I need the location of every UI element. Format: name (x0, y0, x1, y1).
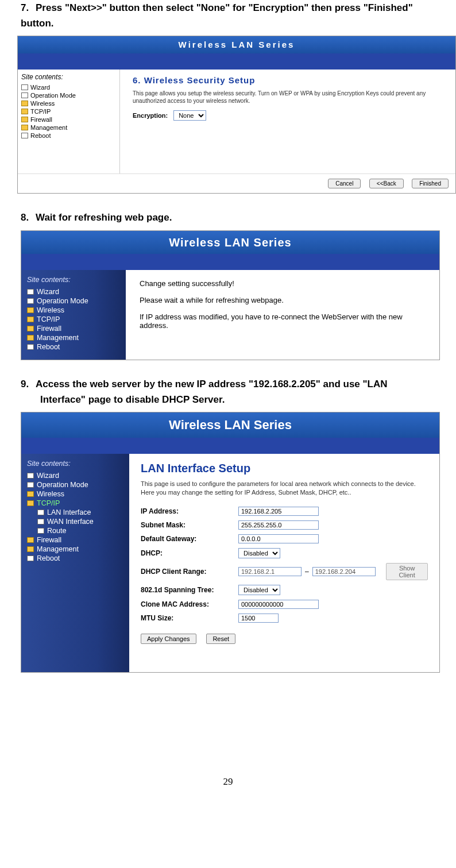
nav-item-management[interactable]: Management (21, 124, 116, 132)
sidebar-fig3: Site contents: Wizard Operation Mode Wir… (21, 454, 129, 672)
banner-bar (18, 53, 455, 70)
page-icon (21, 92, 28, 98)
show-client-button: Show Client (386, 563, 428, 580)
nav-item-tcpip[interactable]: TCP/IP (27, 315, 121, 324)
step-8-text: 8.Wait for refreshing web page. (21, 210, 439, 225)
section-desc: This page allows you setup the wireless … (133, 90, 446, 105)
mtu-input[interactable] (238, 614, 279, 623)
page-icon (27, 555, 34, 561)
gateway-input[interactable] (238, 534, 319, 543)
nav-item-management[interactable]: Management (27, 545, 125, 554)
encryption-select[interactable]: None (173, 110, 206, 121)
range-dash: – (305, 568, 309, 576)
page-icon (21, 133, 28, 138)
mtu-label: MTU Size: (141, 614, 238, 622)
msg-wait: Please wait a while for refreshing webpa… (140, 296, 426, 304)
page-title: LAN Interface Setup (141, 462, 428, 475)
nav-item-wan-interface[interactable]: WAN Interface (27, 517, 125, 526)
folder-icon (27, 335, 34, 341)
nav-item-reboot[interactable]: Reboot (21, 132, 116, 140)
nav-item-wizard[interactable]: Wizard (27, 287, 121, 296)
figure-step8: Wireless LAN Series Site contents: Wizar… (21, 230, 440, 360)
apply-changes-button[interactable]: Apply Changes (141, 634, 196, 644)
page-icon (27, 482, 34, 488)
range-to-input (312, 567, 376, 576)
cancel-button[interactable]: Cancel (328, 179, 361, 188)
nav-item-route[interactable]: Route (27, 526, 125, 535)
page-number: 29 (17, 776, 439, 788)
nav-item-opmode[interactable]: Operation Mode (21, 91, 116, 99)
spanning-label: 802.1d Spanning Tree: (141, 586, 238, 594)
banner-title: Wireless LAN Series (21, 412, 439, 438)
section-title: 6. Wireless Security Setup (133, 75, 446, 85)
folder-icon (21, 125, 28, 130)
mask-input[interactable] (238, 520, 319, 530)
content-fig3: LAN Interface Setup This page is used to… (129, 454, 439, 672)
msg-reconnect: If IP address was modified, you have to … (140, 313, 426, 330)
sidebar-fig2: Site contents: Wizard Operation Mode Wir… (21, 270, 126, 360)
content-fig2: Change setting successfully! Please wait… (126, 270, 439, 360)
figure-step9: Wireless LAN Series Site contents: Wizar… (21, 412, 440, 673)
sidebar-title: Site contents: (21, 73, 116, 81)
back-button[interactable]: <<Back (369, 179, 404, 188)
sidebar-fig1: Site contents: Wizard Operation Mode Wir… (18, 70, 120, 173)
page-icon (27, 473, 34, 479)
page-icon (27, 289, 34, 295)
ip-input[interactable] (238, 507, 319, 516)
nav-item-wireless[interactable]: Wireless (27, 489, 125, 499)
reset-button[interactable]: Reset (206, 634, 235, 644)
nav-item-reboot[interactable]: Reboot (27, 554, 125, 563)
nav-item-firewall[interactable]: Firewall (21, 115, 116, 124)
page-icon (27, 344, 34, 350)
folder-icon (27, 491, 34, 497)
page-icon (37, 528, 44, 534)
folder-icon (27, 317, 34, 322)
nav-item-wizard[interactable]: Wizard (27, 471, 125, 480)
mac-input[interactable] (238, 600, 319, 609)
page-icon (27, 298, 34, 304)
page-icon (37, 510, 44, 515)
nav-item-opmode[interactable]: Operation Mode (27, 480, 125, 489)
folder-icon (21, 117, 28, 122)
dhcp-select[interactable]: Disabled (238, 548, 280, 558)
nav-item-management[interactable]: Management (27, 333, 121, 342)
folder-icon (27, 546, 34, 552)
folder-icon (27, 307, 34, 313)
step-7-text: 7.Press "Next>>" button then select "Non… (21, 0, 439, 31)
finished-button[interactable]: Finished (412, 179, 449, 188)
banner-bar (21, 254, 439, 270)
range-from-input (238, 567, 302, 576)
encryption-label: Encryption: (133, 112, 168, 119)
nav-item-wireless[interactable]: Wireless (27, 306, 121, 315)
banner-title: Wireless LAN Series (18, 36, 455, 53)
msg-success: Change setting successfully! (140, 279, 426, 288)
dhcp-label: DHCP: (141, 549, 238, 557)
mac-label: Clone MAC Address: (141, 600, 238, 608)
figure-step7: Wireless LAN Series Site contents: Wizar… (17, 36, 456, 194)
nav-item-wireless[interactable]: Wireless (21, 99, 116, 107)
folder-icon (27, 500, 34, 506)
nav-item-tcpip[interactable]: TCP/IP (21, 107, 116, 115)
content-fig1: 6. Wireless Security Setup This page all… (120, 70, 455, 173)
page-icon (37, 519, 44, 524)
nav-item-wizard[interactable]: Wizard (21, 83, 116, 91)
sidebar-title: Site contents: (27, 276, 121, 284)
mask-label: Subnet Mask: (141, 521, 238, 529)
ip-label: IP Address: (141, 507, 238, 515)
spanning-select[interactable]: Disabled (238, 585, 280, 595)
nav-item-tcpip[interactable]: TCP/IP (27, 499, 125, 508)
nav-item-lan-interface[interactable]: LAN Interface (27, 508, 125, 517)
page-icon (21, 84, 28, 90)
nav-item-opmode[interactable]: Operation Mode (27, 296, 121, 306)
folder-icon (21, 101, 28, 106)
button-row: Cancel <<Back Finished (18, 173, 455, 193)
folder-icon (21, 109, 28, 114)
nav-item-firewall[interactable]: Firewall (27, 535, 125, 545)
folder-icon (27, 537, 34, 543)
nav-item-firewall[interactable]: Firewall (27, 324, 121, 333)
banner-bar (21, 438, 439, 454)
banner-title: Wireless LAN Series (21, 231, 439, 254)
step-9-text: 9.Access the web server by the new IP ad… (21, 376, 439, 407)
gateway-label: Default Gateway: (141, 535, 238, 543)
nav-item-reboot[interactable]: Reboot (27, 342, 121, 352)
